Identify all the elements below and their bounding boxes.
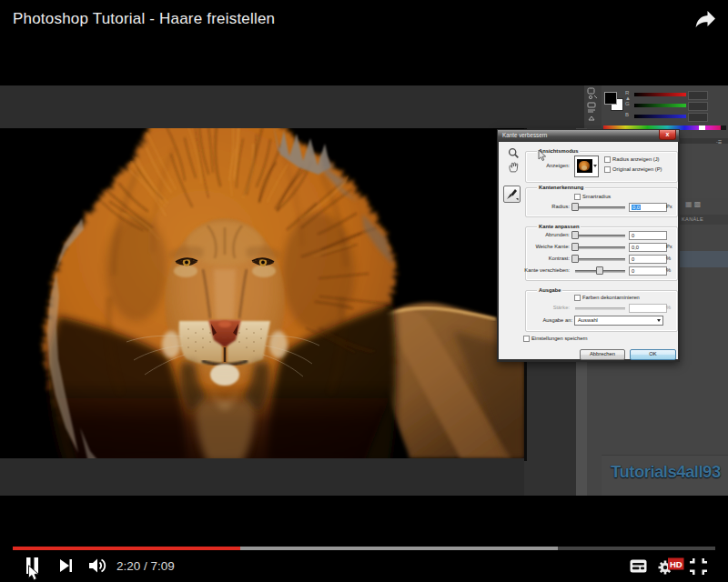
svg-text:HD: HD bbox=[670, 559, 682, 569]
